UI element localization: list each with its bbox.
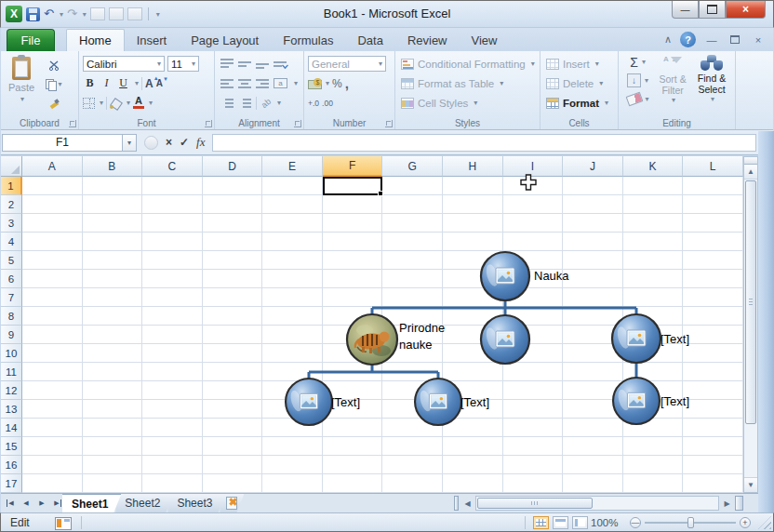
accounting-format-icon[interactable]: [308, 78, 321, 89]
select-all-corner[interactable]: [1, 156, 22, 177]
underline-button[interactable]: U: [116, 76, 130, 90]
merge-dropdown-icon[interactable]: ▾: [294, 79, 298, 87]
horizontal-scrollbar[interactable]: [475, 496, 719, 511]
scroll-left-icon[interactable]: ◀: [460, 497, 474, 511]
zoom-level[interactable]: 100%: [591, 517, 618, 528]
borders-icon[interactable]: [83, 98, 95, 109]
horizontal-split-handle[interactable]: [735, 496, 743, 511]
row-header-9[interactable]: 9: [1, 326, 22, 344]
diagram-label-right[interactable]: [Text]: [661, 331, 689, 348]
column-header-c[interactable]: C: [142, 156, 203, 177]
row-header-12[interactable]: 12: [1, 381, 22, 400]
column-header-b[interactable]: B: [83, 156, 143, 177]
row-header-1[interactable]: 1: [1, 177, 22, 195]
tab-page-layout[interactable]: Page Layout: [179, 30, 271, 51]
font-size-combo[interactable]: 11 ▾: [167, 56, 199, 72]
resize-grip[interactable]: [758, 516, 771, 529]
zoom-in-icon[interactable]: +: [740, 517, 751, 528]
horizontal-scrollbar-thumb[interactable]: [477, 498, 593, 509]
name-box-dropdown-icon[interactable]: ▾: [123, 134, 137, 152]
column-header-i[interactable]: I: [503, 156, 564, 177]
row-header-3[interactable]: 3: [1, 214, 22, 233]
grow-font-button[interactable]: A▲: [145, 77, 153, 90]
fill-color-dropdown-icon[interactable]: ▾: [127, 99, 130, 107]
copy-button[interactable]: ▾: [42, 76, 66, 91]
row-header-8[interactable]: 8: [1, 307, 22, 326]
decrease-decimal-button[interactable]: .00: [322, 100, 333, 107]
column-header-f[interactable]: F: [323, 156, 383, 177]
insert-worksheet-button[interactable]: [220, 494, 244, 512]
orientation-icon[interactable]: ab: [260, 96, 273, 109]
bold-button[interactable]: B: [83, 76, 97, 90]
maximize-button[interactable]: [699, 1, 726, 19]
tab-home[interactable]: Home: [66, 29, 125, 51]
borders-dropdown-icon[interactable]: ▾: [100, 99, 103, 107]
row-header-2[interactable]: 2: [1, 195, 22, 214]
sheet-tab-sheet1[interactable]: Sheet1: [62, 494, 121, 512]
column-header-j[interactable]: J: [563, 156, 623, 177]
row-header-5[interactable]: 5: [1, 251, 22, 270]
number-format-combo[interactable]: General ▾: [308, 56, 386, 72]
fill-color-icon[interactable]: [110, 98, 122, 109]
normal-view-button[interactable]: [533, 516, 549, 529]
column-header-d[interactable]: D: [203, 156, 263, 177]
diagram-label-child3[interactable]: [Text]: [661, 393, 689, 410]
fill-button[interactable]: ↓ ▾: [622, 73, 653, 88]
align-top-button[interactable]: [220, 59, 234, 69]
row-header-17[interactable]: 17: [1, 474, 22, 493]
tab-view[interactable]: View: [460, 30, 510, 51]
formula-input[interactable]: [212, 134, 756, 152]
paste-dropdown-icon[interactable]: ▾: [20, 95, 24, 103]
vertical-scrollbar-thumb[interactable]: [745, 180, 756, 424]
column-header-h[interactable]: H: [443, 156, 503, 177]
align-bottom-button[interactable]: [256, 59, 269, 69]
first-sheet-icon[interactable]: ◀: [4, 497, 17, 510]
merge-center-button[interactable]: a: [274, 78, 287, 88]
active-cell-f1[interactable]: [323, 177, 382, 195]
scroll-right-icon[interactable]: ▶: [720, 497, 734, 511]
tab-formulas[interactable]: Formulas: [271, 30, 345, 51]
font-name-combo[interactable]: Calibri ▾: [83, 56, 165, 72]
help-icon[interactable]: ?: [680, 32, 696, 47]
row-header-11[interactable]: 11: [1, 363, 22, 381]
autosum-button[interactable]: Σ ▾: [622, 54, 653, 70]
diagram-label-child2[interactable]: [Text]: [460, 394, 489, 411]
orientation-dropdown-icon[interactable]: ▾: [277, 99, 281, 107]
row-header-16[interactable]: 16: [1, 456, 22, 474]
wrap-text-button[interactable]: [274, 59, 287, 69]
delete-cells-button[interactable]: Delete ▾: [544, 73, 614, 93]
worksheet-cells[interactable]: [22, 177, 743, 493]
underline-dropdown-icon[interactable]: ▾: [135, 79, 139, 87]
row-header-4[interactable]: 4: [1, 233, 22, 251]
scroll-down-icon[interactable]: ▼: [744, 477, 757, 492]
name-box[interactable]: F1: [2, 134, 123, 152]
format-cells-button[interactable]: Format ▾: [544, 93, 614, 113]
zoom-slider-thumb[interactable]: [687, 517, 694, 528]
accounting-dropdown-icon[interactable]: ▾: [326, 79, 329, 87]
increase-indent-button[interactable]: [238, 98, 251, 108]
format-painter-button[interactable]: [42, 95, 66, 110]
align-center-button[interactable]: [238, 78, 251, 88]
sheet-tab-sheet3[interactable]: Sheet3: [167, 494, 225, 512]
clear-button[interactable]: ▾: [622, 91, 653, 107]
workbook-minimize-button[interactable]: —: [704, 34, 719, 46]
number-dialog-launcher-icon[interactable]: [385, 120, 393, 127]
copy-dropdown-icon[interactable]: ▾: [58, 80, 61, 88]
row-header-14[interactable]: 14: [1, 419, 22, 437]
column-header-k[interactable]: K: [623, 156, 684, 177]
scroll-up-icon[interactable]: ▲: [744, 165, 757, 180]
format-dropdown-icon[interactable]: ▾: [605, 99, 608, 107]
row-header-10[interactable]: 10: [1, 344, 22, 363]
conditional-formatting-button[interactable]: Conditional Formatting ▾: [399, 54, 536, 73]
cut-button[interactable]: [42, 58, 66, 73]
page-layout-view-button[interactable]: [553, 516, 568, 529]
sort-filter-button[interactable]: Sort & Filter ▾: [653, 54, 692, 117]
column-header-a[interactable]: A: [22, 156, 83, 177]
next-sheet-icon[interactable]: ▶: [35, 497, 48, 510]
insert-function-button[interactable]: fx: [196, 135, 205, 150]
cell-styles-button[interactable]: Cell Styles ▾: [399, 93, 536, 113]
column-header-e[interactable]: E: [262, 156, 323, 177]
tab-insert[interactable]: Insert: [125, 30, 180, 51]
percent-style-button[interactable]: %: [332, 77, 342, 90]
increase-decimal-button[interactable]: +.0: [308, 100, 319, 107]
